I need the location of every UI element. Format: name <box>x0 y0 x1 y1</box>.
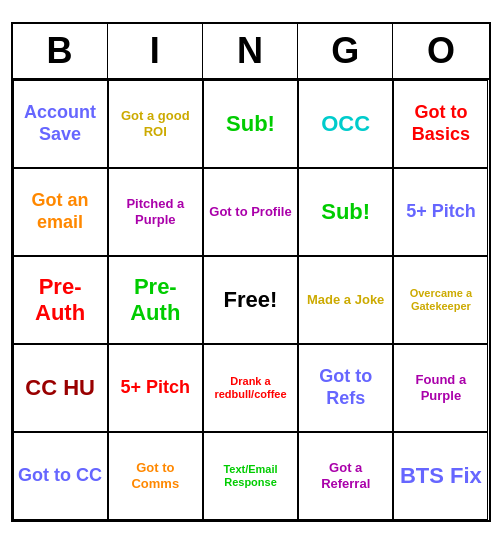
bingo-cell-16: 5+ Pitch <box>108 344 203 432</box>
bingo-cell-3: OCC <box>298 80 393 168</box>
cell-text-14: Overcame a Gatekeeper <box>398 287 483 313</box>
bingo-letter-G: G <box>298 24 393 78</box>
bingo-cell-18: Got to Refs <box>298 344 393 432</box>
bingo-cell-23: Got a Referral <box>298 432 393 520</box>
bingo-cell-24: BTS Fix <box>393 432 488 520</box>
cell-text-12: Free! <box>224 287 278 313</box>
cell-text-11: Pre-Auth <box>113 274 198 327</box>
bingo-cell-5: Got an email <box>13 168 108 256</box>
bingo-cell-11: Pre-Auth <box>108 256 203 344</box>
bingo-cell-2: Sub! <box>203 80 298 168</box>
bingo-cell-9: 5+ Pitch <box>393 168 488 256</box>
cell-text-10: Pre-Auth <box>18 274 103 327</box>
cell-text-20: Got to CC <box>18 465 102 487</box>
bingo-cell-12: Free! <box>203 256 298 344</box>
bingo-letter-B: B <box>13 24 108 78</box>
bingo-cell-0: Account Save <box>13 80 108 168</box>
cell-text-9: 5+ Pitch <box>406 201 476 223</box>
cell-text-6: Pitched a Purple <box>113 196 198 227</box>
cell-text-0: Account Save <box>18 102 103 145</box>
cell-text-2: Sub! <box>226 111 275 137</box>
cell-text-8: Sub! <box>321 199 370 225</box>
cell-text-16: 5+ Pitch <box>121 377 191 399</box>
bingo-header: BINGO <box>13 24 489 80</box>
bingo-card: BINGO Account SaveGot a good ROISub!OCCG… <box>11 22 491 522</box>
bingo-cell-13: Made a Joke <box>298 256 393 344</box>
cell-text-21: Got to Comms <box>113 460 198 491</box>
bingo-grid: Account SaveGot a good ROISub!OCCGot to … <box>13 80 489 520</box>
bingo-cell-7: Got to Profile <box>203 168 298 256</box>
cell-text-18: Got to Refs <box>303 366 388 409</box>
bingo-cell-21: Got to Comms <box>108 432 203 520</box>
cell-text-19: Found a Purple <box>398 372 483 403</box>
bingo-cell-8: Sub! <box>298 168 393 256</box>
bingo-cell-17: Drank a redbull/coffee <box>203 344 298 432</box>
cell-text-23: Got a Referral <box>303 460 388 491</box>
bingo-cell-10: Pre-Auth <box>13 256 108 344</box>
cell-text-15: CC HU <box>25 375 95 401</box>
cell-text-22: Text/Email Response <box>208 463 293 489</box>
cell-text-5: Got an email <box>18 190 103 233</box>
bingo-letter-O: O <box>393 24 488 78</box>
bingo-cell-4: Got to Basics <box>393 80 488 168</box>
cell-text-4: Got to Basics <box>398 102 483 145</box>
bingo-letter-N: N <box>203 24 298 78</box>
bingo-cell-6: Pitched a Purple <box>108 168 203 256</box>
cell-text-13: Made a Joke <box>307 292 384 308</box>
cell-text-3: OCC <box>321 111 370 137</box>
bingo-cell-1: Got a good ROI <box>108 80 203 168</box>
bingo-cell-14: Overcame a Gatekeeper <box>393 256 488 344</box>
cell-text-1: Got a good ROI <box>113 108 198 139</box>
bingo-cell-19: Found a Purple <box>393 344 488 432</box>
bingo-cell-20: Got to CC <box>13 432 108 520</box>
bingo-cell-15: CC HU <box>13 344 108 432</box>
bingo-cell-22: Text/Email Response <box>203 432 298 520</box>
bingo-letter-I: I <box>108 24 203 78</box>
cell-text-17: Drank a redbull/coffee <box>208 375 293 401</box>
cell-text-7: Got to Profile <box>209 204 291 220</box>
cell-text-24: BTS Fix <box>400 463 482 489</box>
